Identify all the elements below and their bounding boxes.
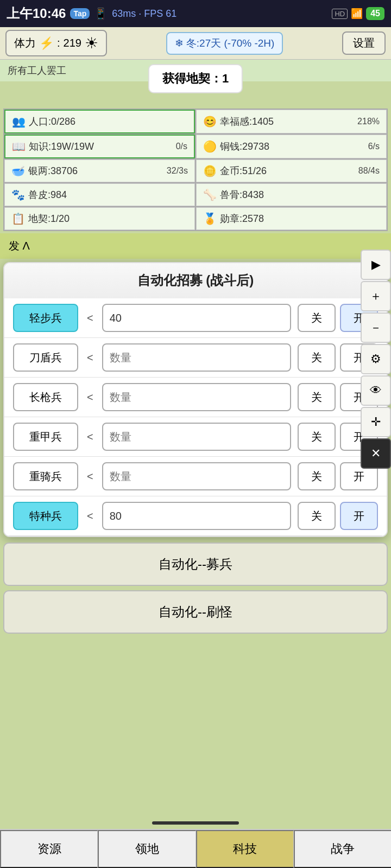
heavy-armor-input[interactable]: [102, 423, 291, 451]
special-forces-off-btn[interactable]: 关: [298, 502, 336, 530]
population-label: 人口:0/286: [29, 115, 75, 128]
bone-icon: 🦴: [203, 188, 217, 201]
time-display: 上午10:46: [7, 5, 66, 22]
stamina-box: 体力 ⚡ : 219 ☀: [5, 30, 107, 56]
recruit-row-sword-shield: 刀盾兵 < 关 开: [4, 338, 387, 378]
sword-shield-arrow[interactable]: <: [85, 352, 96, 364]
lightning-icon: ⚡: [39, 36, 54, 50]
light-infantry-off-btn[interactable]: 关: [298, 304, 336, 332]
auto-monster-button[interactable]: 自动化--刷怪: [3, 590, 388, 634]
spear-arrow[interactable]: <: [85, 391, 96, 404]
home-indicator: [152, 821, 239, 825]
stat-copper: 🟡 铜钱:29738 6/s: [196, 135, 387, 158]
recruit-row-spear: 长枪兵 < 关 开: [4, 378, 387, 417]
knowledge-value: 0/s: [176, 142, 187, 151]
heavy-cavalry-off-btn[interactable]: 关: [298, 462, 336, 490]
notification-text: 所有工人罢工: [8, 64, 66, 77]
medal-label: 勋章:2578: [220, 212, 264, 225]
light-infantry-arrow[interactable]: <: [85, 312, 96, 324]
gold-value: 88/4s: [358, 166, 380, 176]
land-label: 地契:1/20: [28, 212, 70, 225]
hide-icon: 🐾: [11, 188, 25, 201]
signal-icon: 📶: [351, 8, 363, 20]
gold-label: 金币:51/26: [220, 164, 267, 177]
heavy-cavalry-arrow[interactable]: <: [85, 470, 96, 483]
stat-bone: 🦴 兽骨:8438: [196, 183, 387, 206]
weather-icon: ☀: [85, 34, 98, 52]
play-button[interactable]: ▶: [361, 250, 391, 280]
sword-shield-button[interactable]: 刀盾兵: [13, 343, 78, 372]
nav-resources[interactable]: 资源: [0, 830, 98, 868]
land-icon: 📋: [11, 212, 25, 225]
gold-icon: 🪙: [203, 164, 217, 177]
gear-button[interactable]: ⚙: [361, 344, 391, 374]
silver-label: 银两:38706: [28, 164, 78, 177]
sword-shield-input[interactable]: [102, 343, 291, 372]
auto-buttons-container: 自动化--募兵 自动化--刷怪: [3, 542, 388, 634]
recruit-row-light-infantry: 轻步兵 < 关 开: [4, 298, 387, 338]
nav-war[interactable]: 战争: [294, 830, 391, 868]
medal-icon: 🏅: [203, 212, 217, 225]
modal-title: 自动化招募 (战斗后): [4, 263, 387, 298]
stamina-value: 219: [64, 37, 81, 49]
stamina-label: 体力: [14, 36, 36, 50]
recruit-row-special-forces: 特种兵 < 关 开: [4, 496, 387, 536]
happiness-icon: 😊: [203, 115, 217, 128]
recruit-modal: 自动化招募 (战斗后) 轻步兵 < 关 开 刀盾兵 < 关 开 长枪兵 < 关 …: [3, 262, 388, 537]
stat-silver: 🥣 银两:38706 32/3s: [4, 159, 195, 182]
bone-label: 兽骨:8438: [220, 188, 264, 201]
stat-gold: 🪙 金币:51/26 88/4s: [196, 159, 387, 182]
eye-button[interactable]: 👁: [361, 375, 391, 406]
light-infantry-input[interactable]: [102, 304, 291, 332]
spear-button[interactable]: 长枪兵: [13, 383, 78, 411]
spear-input[interactable]: [102, 383, 291, 411]
auto-recruit-button[interactable]: 自动化--募兵: [3, 542, 388, 586]
knowledge-icon: 📖: [12, 140, 26, 153]
copper-icon: 🟡: [203, 140, 217, 153]
tap-badge: Tap: [70, 8, 90, 19]
special-forces-on-btn[interactable]: 开: [340, 502, 378, 530]
heavy-armor-arrow[interactable]: <: [85, 431, 96, 443]
nav-technology[interactable]: 科技: [196, 830, 294, 868]
recruit-row-heavy-armor: 重甲兵 < 关 开: [4, 417, 387, 457]
stat-happiness: 😊 幸福感:1405 218%: [196, 110, 387, 133]
stat-population: 👥 人口:0/286: [4, 110, 195, 133]
heavy-armor-button[interactable]: 重甲兵: [13, 423, 78, 451]
sword-shield-off-btn[interactable]: 关: [298, 343, 336, 372]
stat-medal: 🏅 勋章:2578: [196, 207, 387, 230]
heavy-armor-off-btn[interactable]: 关: [298, 423, 336, 451]
happiness-label: 幸福感:1405: [220, 115, 274, 128]
move-button[interactable]: ✛: [361, 407, 391, 437]
stat-knowledge: 📖 知识:19W/19W 0/s: [4, 135, 195, 158]
plus-button[interactable]: ＋: [361, 281, 391, 311]
settings-button[interactable]: 设置: [342, 31, 386, 55]
heavy-cavalry-button[interactable]: 重骑兵: [13, 462, 78, 490]
nav-territory[interactable]: 领地: [98, 830, 195, 868]
minus-button[interactable]: －: [361, 312, 391, 343]
hide-label: 兽皮:984: [28, 188, 67, 201]
top-bar: 体力 ⚡ : 219 ☀ ❄ 冬:27天 (-70% -2H) 设置: [0, 27, 391, 60]
copper-value: 6/s: [368, 142, 380, 151]
stat-hide: 🐾 兽皮:984: [4, 183, 195, 206]
battery-display: 45: [366, 7, 384, 20]
population-icon: 👥: [12, 115, 26, 128]
winter-box: ❄ 冬:27天 (-70% -2H): [166, 32, 283, 55]
special-forces-input[interactable]: [102, 502, 291, 530]
right-sidebar: ▶ ＋ － ⚙ 👁 ✛ ✕: [361, 250, 391, 469]
special-forces-toggles: 关 开: [298, 502, 378, 530]
status-bar: 上午10:46 Tap 📱 63ms · FPS 61 HD 📶 45: [0, 0, 391, 27]
stat-land: 📋 地契:1/20: [4, 207, 195, 230]
knowledge-label: 知识:19W/19W: [29, 140, 94, 153]
close-button[interactable]: ✕: [361, 438, 391, 469]
copper-label: 铜钱:29738: [220, 140, 269, 153]
screen-icon: 📱: [94, 7, 108, 20]
spear-off-btn[interactable]: 关: [298, 383, 336, 411]
special-forces-button[interactable]: 特种兵: [13, 502, 78, 530]
happiness-value: 218%: [357, 117, 380, 126]
fa-row: 发 Λ: [0, 233, 391, 259]
fps-display: 63ms · FPS 61: [112, 8, 176, 20]
special-forces-arrow[interactable]: <: [85, 510, 96, 522]
light-infantry-button[interactable]: 轻步兵: [13, 304, 78, 332]
heavy-cavalry-input[interactable]: [102, 462, 291, 490]
silver-icon: 🥣: [11, 164, 25, 177]
